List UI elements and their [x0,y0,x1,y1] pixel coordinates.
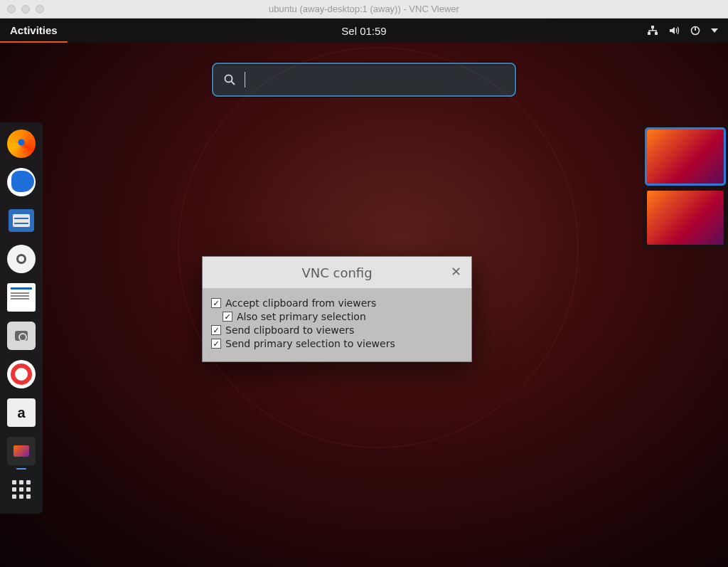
svg-rect-0 [651,26,654,28]
dock-item-amazon[interactable]: a [7,398,36,427]
search-icon [223,73,236,86]
vnc-viewer-titlebar: ubuntu (away-desktop:1 (away)) - VNC Vie… [0,0,728,18]
dock-item-rhythmbox[interactable] [7,245,36,273]
workspace-switcher [643,125,728,249]
apps-grid-icon [12,480,31,499]
checkbox-icon[interactable] [211,325,221,335]
vnc-config-dialog: VNC config ✕ Accept clipboard from viewe… [202,256,472,362]
close-icon[interactable]: ✕ [451,265,461,278]
checkbox-icon[interactable] [223,312,232,322]
ubuntu-desktop: Activities Sel 01:59 a [0,18,728,567]
dock-item-files[interactable] [7,206,36,235]
option-label: Send clipboard to viewers [225,324,354,336]
gnome-topbar: Activities Sel 01:59 [0,18,728,43]
svg-point-5 [225,75,232,83]
clock-label: Sel 01:59 [0,25,728,37]
activities-button[interactable]: Activities [0,18,68,43]
workspace-thumbnail-2[interactable] [647,191,724,245]
option-label: Send primary selection to viewers [225,338,395,349]
network-icon [647,25,658,36]
dock-item-firefox[interactable] [7,129,36,158]
text-cursor [245,72,245,88]
volume-icon [668,25,680,36]
option-accept-clipboard[interactable]: Accept clipboard from viewers [211,297,463,309]
activities-label: Activities [10,24,58,36]
dialog-titlebar[interactable]: VNC config ✕ [203,257,471,288]
option-set-primary-selection[interactable]: Also set primary selection [223,311,463,322]
svg-rect-1 [648,32,651,35]
option-label: Accept clipboard from viewers [225,297,376,309]
checkbox-icon[interactable] [211,298,221,308]
power-icon [690,25,701,36]
option-label: Also set primary selection [237,311,366,322]
dialog-body: Accept clipboard from viewers Also set p… [203,288,471,361]
search-input[interactable] [254,73,505,88]
show-applications-button[interactable] [7,475,36,504]
dock-item-vnc-config[interactable] [7,437,36,465]
dock-item-thunderbird[interactable] [7,168,36,196]
svg-line-6 [232,82,235,85]
ubuntu-dock: a [0,122,43,514]
dialog-title: VNC config [301,265,372,280]
vnc-viewer-title: ubuntu (away-desktop:1 (away)) - VNC Vie… [0,4,728,14]
checkbox-icon[interactable] [211,339,221,349]
option-send-clipboard[interactable]: Send clipboard to viewers [211,324,463,336]
dock-item-help[interactable] [7,360,36,388]
dock-item-writer[interactable] [7,283,36,312]
workspace-thumbnail-1[interactable] [647,129,724,184]
option-send-primary-selection[interactable]: Send primary selection to viewers [211,338,463,349]
svg-rect-2 [655,32,658,35]
system-status-area[interactable] [647,25,728,36]
chevron-down-icon [711,28,718,33]
overview-search[interactable] [212,63,516,97]
dock-item-screenshot[interactable] [7,322,36,350]
